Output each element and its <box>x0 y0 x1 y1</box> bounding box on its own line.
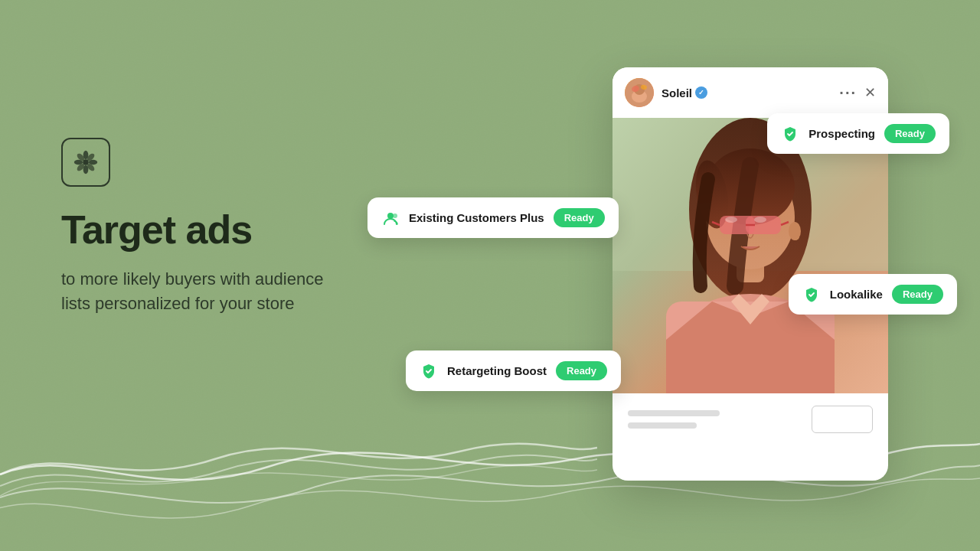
text-line-1 <box>628 410 720 416</box>
prospecting-label: Prospecting <box>808 127 875 140</box>
product-image <box>612 118 888 393</box>
verified-icon: ✓ <box>695 86 707 99</box>
shield-icon-retargeting <box>420 362 438 380</box>
profile-left: Soleil ✓ <box>625 78 707 107</box>
bottom-bar <box>612 393 888 445</box>
main-heading: Target ads <box>61 208 352 252</box>
svg-point-35 <box>387 213 394 219</box>
retargeting-card: Retargeting Boost Ready <box>406 350 621 391</box>
existing-customers-label: Existing Customers Plus <box>409 211 544 224</box>
svg-point-34 <box>789 222 801 240</box>
svg-point-31 <box>725 217 737 223</box>
profile-name: Soleil ✓ <box>662 86 707 99</box>
svg-point-36 <box>393 214 397 218</box>
prospecting-ready-badge: Ready <box>884 124 936 143</box>
action-button-placeholder <box>812 406 873 433</box>
existing-customers-ready-badge: Ready <box>554 208 605 227</box>
logo-box <box>61 138 110 187</box>
avatar <box>625 78 654 107</box>
page-wrapper: Target ads to more likely buyers with au… <box>0 0 980 551</box>
lookalike-ready-badge: Ready <box>892 285 943 304</box>
text-line-2 <box>628 422 697 429</box>
retargeting-ready-badge: Ready <box>556 361 607 380</box>
shield-icon-prospecting <box>781 125 799 143</box>
bottom-decorative-lines <box>0 413 597 505</box>
prospecting-card: Prospecting Ready <box>767 113 949 154</box>
retargeting-label: Retargeting Boost <box>447 364 547 377</box>
profile-name-text: Soleil <box>662 86 692 99</box>
left-panel: Target ads to more likely buyers with au… <box>61 138 352 316</box>
svg-point-32 <box>754 217 766 223</box>
more-options-icon[interactable]: ··· <box>839 84 857 102</box>
existing-customers-card: Existing Customers Plus Ready <box>368 197 619 238</box>
profile-header: Soleil ✓ ··· ✕ <box>612 67 888 118</box>
product-woman-illustration <box>612 118 888 393</box>
lookalike-card: Lookalike Ready <box>789 274 957 315</box>
sub-heading: to more likely buyers with audience list… <box>61 267 352 316</box>
profile-actions: ··· ✕ <box>839 84 876 102</box>
shield-icon-lookalike <box>802 285 821 304</box>
bottom-text-lines <box>628 410 720 429</box>
close-icon[interactable]: ✕ <box>864 84 876 101</box>
flower-logo-icon <box>71 148 100 177</box>
person-icon-existing <box>381 209 400 227</box>
lookalike-label: Lookalike <box>830 288 883 301</box>
